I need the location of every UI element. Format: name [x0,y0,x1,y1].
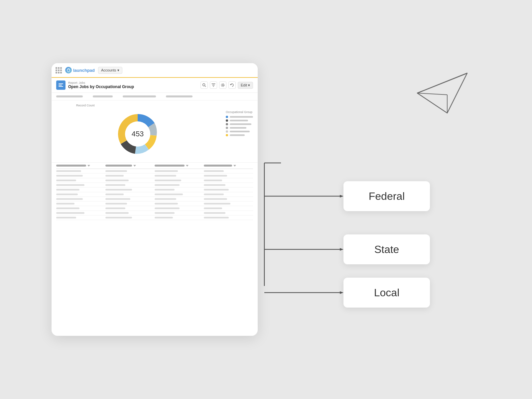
table-row[interactable] [56,188,253,192]
grid-icon[interactable] [56,67,62,73]
main-container: launchpad Accounts ▾ Report: Jobs Open J… [33,33,499,366]
legend-title: Occupational Group [226,110,253,114]
legend-line-6 [230,134,245,136]
state-box[interactable]: State [343,234,430,264]
federal-box[interactable]: Federal [343,181,430,211]
table-row[interactable] [56,197,253,201]
table-row[interactable] [56,174,253,178]
legend-line-5 [230,131,250,132]
nav-bar: launchpad Accounts ▾ [52,63,258,78]
table-row[interactable] [56,211,253,215]
legend-area: Occupational Group [226,104,253,138]
logo-circle-icon [65,67,72,73]
svg-point-3 [221,84,224,87]
filter-2 [93,95,113,97]
report-name: Open Jobs by Occupational Group [68,84,134,89]
legend-line-2 [230,120,248,121]
table-row[interactable] [56,178,253,183]
svg-line-1 [205,86,206,87]
chart-area: Record Count [52,100,258,163]
col-header-1 [56,165,105,167]
local-label: Local [343,278,430,308]
col-sort-arrow-2[interactable] [133,165,136,167]
report-title-block: Report: Jobs Open Jobs by Occupational G… [56,80,134,90]
col-header-bar-3 [155,165,185,167]
edit-button[interactable]: Edit ▾ [238,82,253,89]
table-row[interactable] [56,206,253,211]
legend-dot-1 [226,116,228,118]
legend-item-4 [226,127,253,129]
legend-item-5 [226,130,253,133]
report-label: Report: Jobs [68,81,134,84]
legend-line-3 [230,123,251,125]
col-header-bar-2 [105,165,132,167]
col-sort-arrow-4[interactable] [233,165,236,167]
search-icon[interactable] [200,81,208,89]
report-header: Report: Jobs Open Jobs by Occupational G… [52,78,258,93]
table-row[interactable] [56,192,253,197]
filter-bar [52,93,258,100]
col-header-4 [204,165,253,167]
table-row[interactable] [56,169,253,174]
report-icon [56,80,66,90]
legend-line-1 [230,116,253,118]
table-rows [56,169,253,220]
svg-point-2 [222,84,223,86]
settings-icon[interactable] [219,81,226,89]
app-window: launchpad Accounts ▾ Report: Jobs Open J… [52,63,258,336]
table-header-row [56,163,253,169]
report-actions: Edit ▾ [200,81,253,89]
col-sort-arrow-1[interactable] [87,165,90,167]
svg-marker-15 [340,248,343,251]
col-header-3 [155,165,204,167]
report-title-text: Report: Jobs Open Jobs by Occupational G… [68,81,134,89]
filter-icon[interactable] [210,81,217,89]
donut-container: Record Count [56,104,219,159]
legend-dot-5 [226,130,228,133]
legend-item-6 [226,134,253,136]
svg-marker-17 [340,291,343,294]
table-row[interactable] [56,215,253,220]
legend-item-1 [226,116,253,118]
legend-dot-4 [226,127,228,129]
filter-1 [56,95,83,97]
local-box[interactable]: Local [343,278,430,308]
filter-4 [166,95,193,97]
table-area [52,163,258,220]
col-header-bar-1 [56,165,86,167]
refresh-icon[interactable] [228,81,236,89]
col-header-2 [105,165,155,167]
record-count-label: Record Count [76,104,95,107]
table-row[interactable] [56,183,253,188]
filter-3 [123,95,156,97]
accounts-button[interactable]: Accounts ▾ [98,67,122,74]
svg-point-0 [203,84,205,86]
diagram-side: Federal State Local [261,63,480,336]
legend-dot-3 [226,123,228,125]
legend-item-3 [226,123,253,125]
donut-center-value: 453 [132,130,144,138]
federal-label: Federal [343,181,430,211]
table-row[interactable] [56,201,253,206]
donut-chart: 453 [113,109,163,159]
legend-dot-2 [226,119,228,122]
col-header-bar-4 [204,165,232,167]
report-icon-lines [59,83,63,87]
state-label: State [343,234,430,264]
legend-dot-6 [226,134,228,136]
svg-marker-13 [340,195,343,198]
legend-item-2 [226,119,253,122]
col-sort-arrow-3[interactable] [186,165,189,167]
legend-line-4 [230,127,246,129]
launchpad-logo: launchpad [65,67,95,73]
